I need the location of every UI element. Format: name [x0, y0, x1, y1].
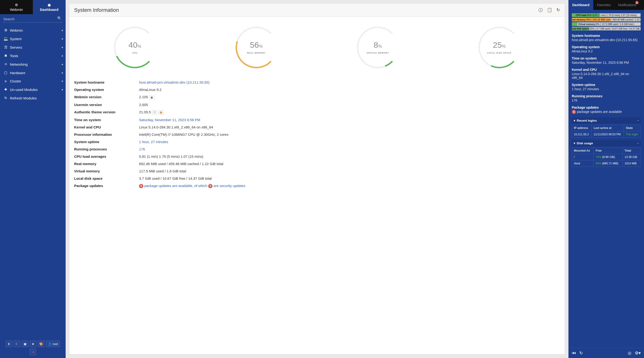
refresh-right-button[interactable]: ↻ [579, 350, 583, 356]
td-free: 68% (695.71 MiB) [594, 160, 622, 167]
nav-label: Hardware [10, 71, 25, 75]
search-icon[interactable]: 🔍 [57, 16, 62, 20]
nav-item-webmin[interactable]: ⚙Webmin◀ [0, 26, 66, 34]
user-button[interactable]: 👤root [46, 340, 60, 347]
label-os: Operating system [74, 88, 139, 92]
chevron-left-icon: ◀ [62, 72, 63, 74]
rp-pkg-v: 5 package updates are available [572, 110, 641, 114]
minimize-icon[interactable]: − [637, 119, 639, 122]
settings-icon[interactable]: ⚙▾ [635, 350, 641, 356]
right-tab-notifications-label: Notifications [618, 3, 636, 7]
gauge-local-disk-space: 25%LOCAL DISK SPACE [476, 24, 523, 71]
mini-bar: Real memory: 56% ( 692.46 MiB used / 459… [572, 18, 641, 22]
gauge-name: REAL MEMORY [247, 52, 266, 54]
rp-os-h: Operating system [572, 45, 641, 49]
chevron-left-icon: ◀ [62, 88, 63, 91]
pkg-updates-link[interactable]: package updates are available, of which [143, 184, 208, 188]
mini-bar: Virtual memory: 8% ( 117.5 MiB used / 1.… [572, 22, 641, 26]
right-tab-notifications[interactable]: Notifications1 [614, 0, 640, 10]
value-time[interactable]: Saturday, November 11, 2023 6:58 PM [139, 118, 200, 122]
chevron-left-icon: ◀ [62, 46, 63, 48]
value-processes[interactable]: 176 [139, 147, 145, 151]
chevron-left-icon: ◀ [62, 29, 63, 32]
value-uptime[interactable]: 1 hour, 27 minutes [139, 140, 168, 144]
rp-kernel-v: Linux 5.14.0-284.30.1.el9_2.x86_64 on x8… [572, 72, 641, 80]
th-last-active: Last active at [592, 125, 624, 131]
recent-logins-toggle[interactable]: ▾Recent logins − [572, 117, 641, 124]
td-free: 74% (9.99 GiB) [594, 154, 622, 160]
clipboard-icon[interactable]: 📋 [547, 7, 552, 13]
nav-item-un-used-modules[interactable]: ✚Un-used Modules◀ [0, 85, 66, 94]
value-hostname[interactable]: host.alma9-pro.virtualmin.dev (10.211.55… [139, 80, 210, 84]
right-tab-dashboard[interactable]: Dashboard [568, 0, 593, 10]
th-state: State [624, 125, 641, 131]
tab-dashboard-label: Dashboard [40, 8, 58, 12]
theme-info-button[interactable]: ⓘ [152, 110, 157, 114]
right-panel-tabs: Dashboard Favorites Notifications1 [568, 0, 644, 10]
gauge-value: 8% [374, 40, 382, 50]
webmin-version-button[interactable]: ▦ [149, 95, 154, 100]
favorites-button[interactable]: ★ [30, 340, 36, 347]
rp-time-v: Saturday, November 11, 2023 6:58 PM [572, 61, 641, 64]
gauge-value: 56% [250, 40, 263, 50]
td-total: 13.38 GiB [622, 154, 640, 160]
nav-item-servers[interactable]: ☰Servers◀ [0, 43, 66, 52]
layers-icon: ≡ [4, 79, 8, 83]
theme-config-button[interactable]: 🎨 [158, 110, 164, 114]
value-usermin-version: 2.005 [139, 103, 148, 107]
rp-uptime-h: System uptime [572, 83, 641, 87]
gauge-name: CPU [132, 52, 138, 54]
rp-hostname-h: System hostname [572, 34, 641, 38]
td-total: 1014 MiB [622, 160, 640, 167]
rp-uptime-v: 1 hour, 27 minutes [572, 87, 641, 91]
logout-button[interactable]: ➜ [30, 348, 36, 355]
theme-button[interactable]: 🎨 [38, 340, 44, 347]
pkg-count-badge: 5 [139, 184, 143, 188]
collapse-sidebar-button[interactable]: ⏸ [6, 340, 12, 347]
nav-item-hardware[interactable]: ▢Hardware◀ [0, 68, 66, 77]
right-tab-favorites[interactable]: Favorites [593, 0, 614, 10]
right-panel-content: CPU load: 40% (0.81 (1 min) 1.79 (5 mins… [568, 10, 644, 348]
laptop-icon: 💻 [4, 36, 8, 41]
label-processor: Processor information [74, 132, 139, 136]
search-input[interactable] [3, 16, 63, 23]
disk-usage-toggle[interactable]: ▾Disk usage − [572, 140, 641, 146]
target-icon[interactable]: ◎ [628, 350, 632, 356]
nav-item-networking[interactable]: ⚛Networking◀ [0, 60, 66, 68]
nav-label: Webmin [10, 28, 23, 32]
recent-logins-table: IP addressLast active atState 10.211.55.… [572, 125, 641, 138]
content-panel: System Information ⓘ 📋 ↻ 40%CPU56%REAL M… [70, 4, 565, 354]
pkg-security-link[interactable]: are security updates [212, 184, 245, 188]
mini-bars: CPU load: 40% (0.81 (1 min) 1.79 (5 mins… [572, 13, 641, 30]
th-mounted: Mounted As [572, 148, 594, 154]
tab-webmin[interactable]: ⚙ Webmin [0, 0, 33, 14]
mini-bar: CPU load: 40% (0.81 (1 min) 1.79 (5 mins… [572, 13, 641, 17]
gauge-real-memory: 56%REAL MEMORY [233, 24, 280, 71]
user-icon: 👤 [48, 342, 52, 346]
refresh-icon[interactable]: ↻ [556, 7, 560, 13]
webmin-logo-icon: ⚙ [15, 3, 18, 7]
rp-pkg-count: 5 [572, 110, 576, 114]
value-theme-version: 21.09.5 [139, 110, 151, 114]
user-label: root [53, 342, 58, 346]
chip-icon: ▢ [4, 70, 8, 75]
tab-dashboard[interactable]: ◉ Dashboard [33, 0, 66, 14]
nav-label: System [10, 37, 22, 41]
disk-usage-title: Disk usage [577, 142, 593, 145]
terminal-button[interactable]: ▣ [22, 340, 28, 347]
collapse-right-button[interactable]: ⏮ [572, 350, 576, 356]
minimize-icon[interactable]: − [637, 142, 639, 145]
nav-item-tools[interactable]: ✖Tools◀ [0, 52, 66, 60]
label-time: Time on system [74, 118, 139, 122]
rp-hostname-v: host.alma9-pro.virtualmin.dev (10.211.55… [572, 38, 641, 42]
disk-usage-table: Mounted AsFreeTotal /74% (9.99 GiB)13.38… [572, 147, 641, 167]
label-kernel: Kernel and CPU [74, 125, 139, 129]
nav-item-cluster[interactable]: ≡Cluster◀ [0, 77, 66, 85]
help-icon[interactable]: ⓘ [538, 7, 543, 13]
rp-procs-h: Running processes [572, 94, 641, 98]
nav-item-refresh-modules[interactable]: ↻Refresh Modules [0, 94, 66, 102]
nav-label: Networking [10, 62, 28, 66]
nav-item-system[interactable]: 💻System◀ [0, 34, 66, 43]
night-mode-button[interactable]: ☾ [14, 340, 20, 347]
gauge-cpu: 40%CPU [111, 24, 158, 71]
